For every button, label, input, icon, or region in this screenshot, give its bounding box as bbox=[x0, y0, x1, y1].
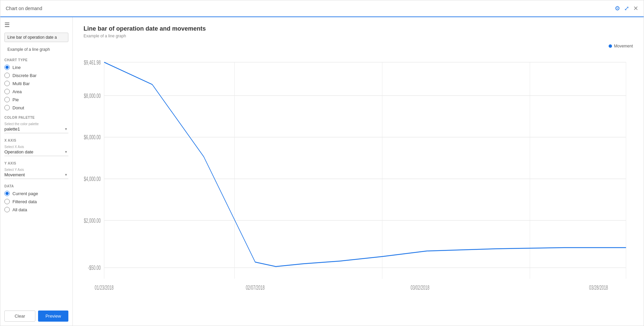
settings-icon[interactable]: ⚙ bbox=[615, 5, 620, 12]
y-axis-label: Y AXIS bbox=[4, 161, 68, 165]
color-palette-select[interactable]: palette1 palette2 bbox=[4, 126, 68, 132]
data-filtered-label: Filtered data bbox=[12, 199, 37, 204]
color-palette-group: Select the color palette palette1 palett… bbox=[4, 122, 68, 133]
app-title: Chart on demand bbox=[6, 6, 42, 11]
data-group: Current page Filtered data All data bbox=[4, 191, 68, 212]
chart-type-area-label: Area bbox=[12, 89, 22, 94]
data-all[interactable]: All data bbox=[4, 207, 68, 212]
y-axis-group: Select Y Axis Movement ▼ bbox=[4, 168, 68, 179]
chart-type-multi-bar-label: Multi Bar bbox=[12, 81, 30, 86]
color-palette-select-wrapper: palette1 palette2 ▼ bbox=[4, 126, 68, 133]
chart-type-donut[interactable]: Donut bbox=[4, 105, 68, 110]
chart-type-group: Line Discrete Bar Multi Bar Area Pie bbox=[4, 65, 68, 110]
app-window: Chart on demand ⚙ ⤢ ✕ ☰ CHART TYPE Line … bbox=[0, 0, 644, 326]
data-current-page[interactable]: Current page bbox=[4, 191, 68, 196]
resize-icon[interactable]: ⤢ bbox=[624, 5, 629, 12]
svg-text:03/02/2018: 03/02/2018 bbox=[411, 284, 429, 291]
chart-main-title: Line bar of operation date and movements bbox=[84, 25, 633, 32]
preview-button[interactable]: Preview bbox=[38, 311, 68, 322]
chart-type-multi-bar[interactable]: Multi Bar bbox=[4, 81, 68, 86]
legend-dot bbox=[609, 44, 612, 48]
chart-type-donut-label: Donut bbox=[12, 105, 24, 110]
svg-text:$8,000.00: $8,000.00 bbox=[84, 92, 101, 99]
x-axis-label: X AXIS bbox=[4, 139, 68, 142]
bottom-buttons: Clear Preview bbox=[4, 306, 68, 322]
svg-text:03/28/2018: 03/28/2018 bbox=[589, 284, 608, 291]
data-current-page-label: Current page bbox=[12, 191, 38, 196]
sidebar: ☰ CHART TYPE Line Discrete Bar Multi Bar bbox=[0, 17, 73, 326]
color-palette-select-label: Select the color palette bbox=[4, 122, 68, 126]
svg-text:$9,461.98: $9,461.98 bbox=[84, 59, 101, 66]
chart-type-discrete-bar-label: Discrete Bar bbox=[12, 73, 37, 78]
chart-legend: Movement bbox=[84, 44, 633, 48]
chart-area: Line bar of operation date and movements… bbox=[73, 17, 644, 326]
main-content: ☰ CHART TYPE Line Discrete Bar Multi Bar bbox=[0, 17, 644, 326]
y-axis-select[interactable]: Movement bbox=[4, 172, 68, 177]
color-palette-label: COLOR PALETTE bbox=[4, 116, 68, 119]
svg-text:$4,000.00: $4,000.00 bbox=[84, 175, 101, 182]
chart-container: $9,461.98 $8,000.00 $6,000.00 $4,000.00 … bbox=[84, 51, 633, 318]
data-filtered[interactable]: Filtered data bbox=[4, 199, 68, 204]
x-axis-group: Select X Axis Operation date ▼ bbox=[4, 145, 68, 156]
chart-subtitle-input[interactable] bbox=[4, 45, 68, 54]
y-axis-select-wrapper: Movement ▼ bbox=[4, 172, 68, 179]
legend-label: Movement bbox=[614, 44, 633, 48]
chart-type-label: CHART TYPE bbox=[4, 58, 68, 62]
svg-text:-$50.00: -$50.00 bbox=[88, 264, 101, 271]
y-axis-select-label: Select Y Axis bbox=[4, 168, 68, 172]
x-axis-select-wrapper: Operation date ▼ bbox=[4, 149, 68, 156]
chart-type-pie-label: Pie bbox=[12, 97, 19, 102]
data-all-label: All data bbox=[12, 207, 27, 212]
chart-type-line-label: Line bbox=[12, 65, 21, 70]
chart-type-area[interactable]: Area bbox=[4, 89, 68, 94]
svg-text:02/07/2018: 02/07/2018 bbox=[246, 284, 265, 291]
chart-title-input[interactable] bbox=[4, 33, 68, 42]
chart-type-pie[interactable]: Pie bbox=[4, 97, 68, 102]
chart-type-discrete-bar[interactable]: Discrete Bar bbox=[4, 73, 68, 78]
svg-text:$2,000.00: $2,000.00 bbox=[84, 217, 101, 224]
line-chart-svg: $9,461.98 $8,000.00 $6,000.00 $4,000.00 … bbox=[84, 51, 633, 318]
data-section-label: DATA bbox=[4, 184, 68, 188]
chart-type-line[interactable]: Line bbox=[4, 65, 68, 70]
title-bar-actions: ⚙ ⤢ ✕ bbox=[615, 5, 638, 12]
svg-text:$6,000.00: $6,000.00 bbox=[84, 134, 101, 141]
clear-button[interactable]: Clear bbox=[4, 311, 35, 322]
menu-icon[interactable]: ☰ bbox=[4, 21, 68, 29]
chart-main-subtitle: Example of a line graph bbox=[84, 34, 633, 38]
svg-text:01/23/2018: 01/23/2018 bbox=[95, 284, 114, 291]
close-icon[interactable]: ✕ bbox=[633, 5, 638, 12]
x-axis-select-label: Select X Axis bbox=[4, 145, 68, 149]
title-bar: Chart on demand ⚙ ⤢ ✕ bbox=[0, 0, 644, 17]
x-axis-select[interactable]: Operation date bbox=[4, 149, 68, 154]
